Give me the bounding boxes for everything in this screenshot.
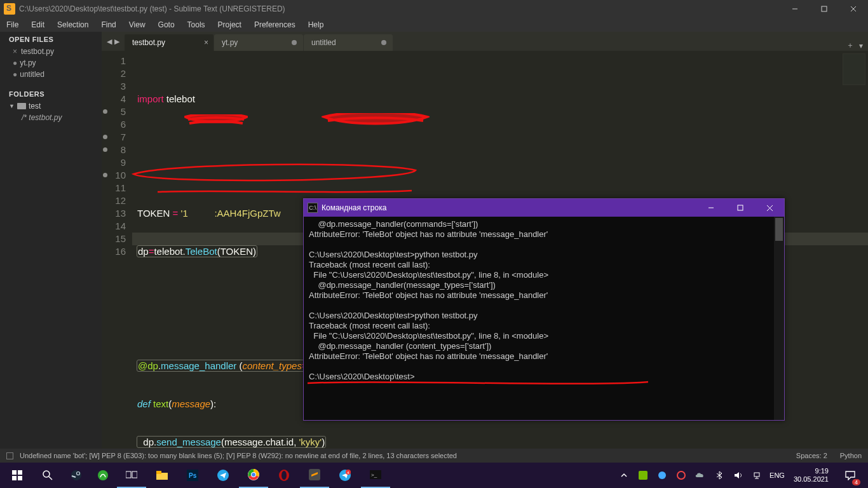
cmd-window: C:\ Командная строка @dp.message_handler… bbox=[303, 198, 785, 421]
svg-rect-11 bbox=[18, 476, 22, 480]
menu-edit[interactable]: Edit bbox=[25, 19, 51, 30]
cmd-titlebar[interactable]: C:\ Командная строка bbox=[304, 199, 784, 217]
close-icon[interactable]: × bbox=[13, 47, 17, 56]
dirty-dot-icon: ● bbox=[13, 58, 17, 67]
open-file-testbot[interactable]: ×testbot.py bbox=[0, 46, 102, 57]
cmd-line: File "C:\Users\2020\Desktop\test\testbot… bbox=[309, 331, 548, 341]
folders-header: FOLDERS bbox=[0, 86, 102, 100]
cmd-line: Traceback (most recent call last): bbox=[309, 260, 430, 269]
tab-untitled[interactable]: untitled bbox=[304, 34, 393, 51]
cmd-output[interactable]: @dp.message_handler(commands=['start']) … bbox=[304, 217, 784, 420]
tab-prev-icon[interactable]: ◀ bbox=[107, 37, 112, 46]
cmd-line: C:\Users\2020\Desktop\test> bbox=[309, 372, 415, 381]
svg-point-12 bbox=[43, 471, 50, 477]
open-files-header: OPEN FILES bbox=[0, 32, 102, 46]
cmd-line: @dp.message_handler(message_types=['star… bbox=[309, 280, 496, 290]
panel-toggle-icon[interactable] bbox=[6, 452, 13, 459]
title-text: C:\Users\2020\Desktop\test\testbot.py (t… bbox=[19, 4, 285, 13]
svg-rect-8 bbox=[12, 470, 17, 475]
menu-view[interactable]: View bbox=[123, 19, 152, 30]
folder-icon bbox=[17, 103, 26, 109]
svg-rect-1 bbox=[822, 6, 827, 11]
cmd-minimize-button[interactable] bbox=[696, 199, 726, 217]
menu-project[interactable]: Project bbox=[212, 19, 248, 30]
menu-selection[interactable]: Selection bbox=[51, 19, 95, 30]
cmd-icon: C:\ bbox=[308, 203, 318, 213]
open-file-yt[interactable]: ●yt.py bbox=[0, 57, 102, 69]
menu-find[interactable]: Find bbox=[95, 19, 122, 30]
cmd-line: AttributeError: 'TeleBot' object has no … bbox=[309, 229, 548, 239]
app-icon-1[interactable] bbox=[90, 463, 116, 488]
svg-rect-17 bbox=[126, 471, 131, 478]
file-testbot[interactable]: /* testbot.py bbox=[0, 112, 102, 123]
tab-testbot[interactable]: testbot.py× bbox=[125, 34, 214, 51]
cmd-line: C:\Users\2020\Desktop\test>python testbo… bbox=[309, 250, 478, 259]
tab-dropdown-icon[interactable]: ▾ bbox=[859, 41, 863, 50]
gutter: 1234 5678 9101112 13141516 bbox=[102, 51, 132, 449]
menu-file[interactable]: File bbox=[0, 19, 25, 30]
dirty-dot-icon bbox=[292, 40, 297, 45]
cmd-close-button[interactable] bbox=[755, 199, 784, 217]
menu-tools[interactable]: Tools bbox=[181, 19, 212, 30]
menu-help[interactable]: Help bbox=[302, 19, 330, 30]
dirty-dot-icon bbox=[381, 40, 386, 45]
cmd-scroll-thumb[interactable] bbox=[775, 218, 783, 241]
tab-next-icon[interactable]: ▶ bbox=[114, 37, 119, 46]
menu-goto[interactable]: Goto bbox=[152, 19, 181, 30]
steam-icon[interactable] bbox=[64, 463, 89, 488]
cmd-line: AttributeError: 'TeleBot' object has no … bbox=[309, 351, 548, 361]
chevron-down-icon: ▼ bbox=[9, 103, 15, 109]
svg-rect-10 bbox=[12, 476, 17, 480]
minimize-button[interactable] bbox=[780, 0, 810, 18]
svg-rect-5 bbox=[738, 205, 743, 210]
cmd-maximize-button[interactable] bbox=[726, 199, 755, 217]
search-icon[interactable] bbox=[33, 463, 62, 488]
cmd-line: C:\Users\2020\Desktop\test>python testbo… bbox=[309, 311, 478, 320]
tab-yt[interactable]: yt.py bbox=[214, 34, 303, 51]
svg-rect-9 bbox=[18, 470, 22, 475]
maximize-button[interactable] bbox=[810, 0, 839, 18]
svg-rect-18 bbox=[132, 471, 137, 478]
open-file-untitled[interactable]: ●untitled bbox=[0, 69, 102, 80]
menu-preferences[interactable]: Preferences bbox=[248, 19, 302, 30]
menubar: File Edit Selection Find View Goto Tools… bbox=[0, 18, 868, 32]
svg-point-14 bbox=[71, 470, 81, 480]
app-icon bbox=[4, 3, 15, 15]
svg-point-16 bbox=[98, 470, 108, 480]
svg-line-13 bbox=[49, 477, 52, 480]
cmd-title: Командная строка bbox=[322, 203, 696, 212]
cmd-line: AttributeError: 'TeleBot' object has no … bbox=[309, 290, 548, 300]
folder-test[interactable]: ▼ test bbox=[0, 100, 102, 112]
window-controls bbox=[780, 0, 868, 18]
new-tab-icon[interactable]: ＋ bbox=[846, 40, 854, 51]
cmd-line: Traceback (most recent call last): bbox=[309, 321, 430, 330]
sublime-window: C:\Users\2020\Desktop\test\testbot.py (t… bbox=[0, 0, 868, 463]
close-button[interactable] bbox=[839, 0, 868, 18]
close-icon[interactable]: × bbox=[204, 38, 208, 47]
sidebar: OPEN FILES ×testbot.py ●yt.py ●untitled … bbox=[0, 32, 102, 449]
cmd-line: @dp.message_handler (content_types=['sta… bbox=[309, 341, 491, 351]
dirty-dot-icon: ● bbox=[13, 70, 17, 79]
cmd-line: File "C:\Users\2020\Desktop\test\testbot… bbox=[309, 270, 548, 280]
tabbar: ◀ ▶ testbot.py× yt.py untitled ＋ ▾ bbox=[102, 32, 868, 51]
cmd-line: @dp.message_handler(commands=['start']) bbox=[309, 219, 478, 229]
minimap[interactable] bbox=[843, 53, 865, 85]
cmd-scrollbar[interactable] bbox=[774, 217, 784, 420]
titlebar: C:\Users\2020\Desktop\test\testbot.py (t… bbox=[0, 0, 868, 18]
start-button[interactable] bbox=[3, 463, 32, 488]
tab-nav: ◀ ▶ bbox=[102, 32, 125, 51]
